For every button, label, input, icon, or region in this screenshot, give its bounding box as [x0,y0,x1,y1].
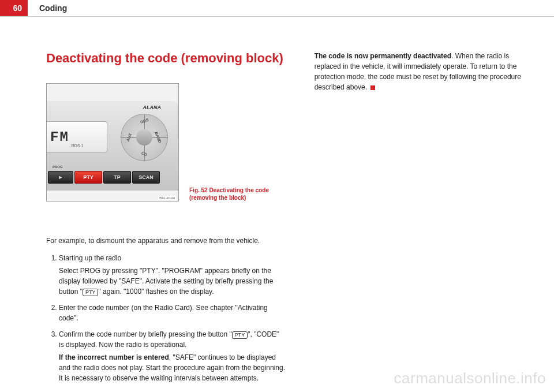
step-3: Confirm the code number by briefly press… [59,329,286,383]
step-3-body: If the incorrect number is entered, "SAF… [59,352,286,383]
step-1-body: Select PROG by pressing "PTY". "PROGRAM"… [59,266,286,297]
display-sub-text: RDS 1 [72,144,84,148]
figure-caption: Fig. 52 Deactivating the code (removing … [189,186,270,201]
left-column: Deactivating the code (removing block) A… [46,51,286,389]
step-1: Starting up the radio Select PROG by pre… [59,253,286,297]
prog-label: PROG [53,165,63,169]
header-rule [0,16,554,17]
pty-inline-icon: PTY [232,331,248,339]
scan-button: SCAN [132,171,160,184]
intro-text: For example, to dismount the apparatus a… [46,236,286,246]
step-2: Enter the code number (on the Radio Card… [59,303,286,323]
radio-display: FM RDS 1 [47,121,107,153]
radio-face: ALANA FM RDS 1 RDS BAND CD AUX PRO [47,101,178,191]
play-button: ► [48,171,73,184]
pty-button: PTY [74,171,102,184]
dpad-cd-label: CD [141,151,148,156]
watermark: carmanualsonline.info [394,369,546,387]
image-code: BAL-0144 [158,196,176,200]
step-3-title: Confirm the code number by briefly press… [59,330,279,349]
display-main-text: FM [50,129,69,145]
end-mark-icon [370,85,375,90]
pty-inline-icon: PTY [83,289,99,296]
right-column: The code is now permanently deactivated.… [315,51,525,389]
page-number: 60 [0,0,28,16]
page-header: 60 Coding [0,0,554,16]
tp-button: TP [103,171,131,184]
dpad-control: RDS BAND CD AUX [121,114,168,161]
radio-brand-label: ALANA [143,104,162,110]
section-name: Coding [39,3,67,13]
step-2-title: Enter the code number (on the Radio Card… [59,304,268,322]
step-1-title: Starting up the radio [59,254,121,262]
right-paragraph: The code is now permanently deactivated.… [315,51,525,92]
main-heading: Deactivating the code (removing block) [46,51,286,66]
radio-button-row: ► PTY TP SCAN [47,171,160,184]
dpad-center-button [136,129,152,145]
figure-row: ALANA FM RDS 1 RDS BAND CD AUX PRO [46,83,286,201]
figure-image: ALANA FM RDS 1 RDS BAND CD AUX PRO [46,83,179,201]
steps-list: Starting up the radio Select PROG by pre… [46,253,286,383]
content-columns: Deactivating the code (removing block) A… [0,16,554,389]
